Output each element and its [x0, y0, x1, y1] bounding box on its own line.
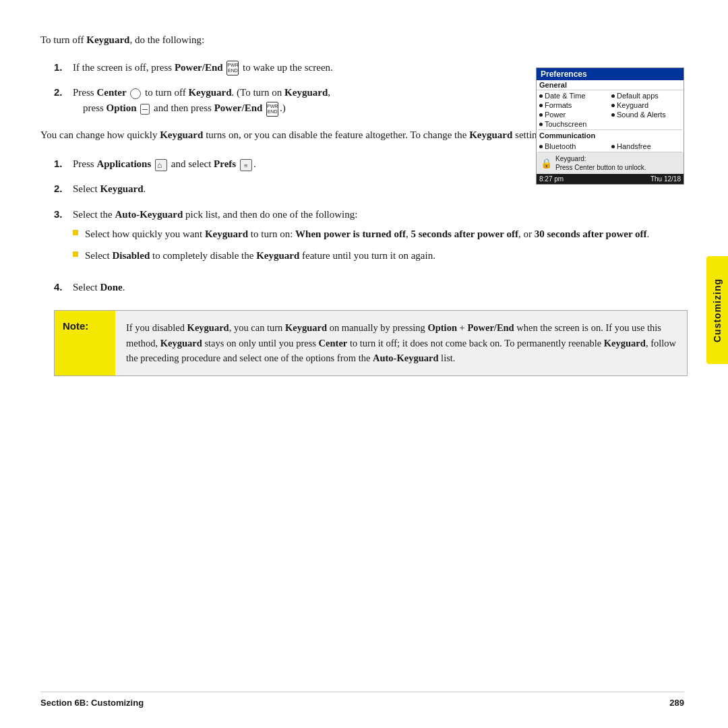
widget-dot: [611, 113, 615, 117]
sub-item-1-text: Select how quickly you want Keyguard to …: [85, 226, 649, 242]
applications-icon: [155, 159, 167, 171]
widget-item-handsfree: Handsfree: [611, 142, 681, 151]
widget-comm-header: Communication: [537, 130, 684, 141]
footer-section-label: Section 6B: Customizing: [40, 698, 144, 708]
widget-comm-col-right: Handsfree: [611, 142, 681, 151]
widget-item-defaultapps: Default apps: [611, 91, 681, 100]
widget-general-row: Date & Time Formats Power Touchscreen: [537, 90, 684, 129]
widget-keyguard-row: 🔒 Keyguard: Press Center button to unloc…: [537, 152, 684, 174]
bullet-2: [73, 251, 78, 257]
note-label: Note:: [55, 311, 115, 375]
power-end-icon2: PWREND: [266, 102, 278, 117]
widget-dot: [611, 145, 615, 148]
step-p2-4-content: Select Done.: [73, 280, 688, 295]
side-tab: Customizing: [706, 256, 728, 364]
power-end-icon: PWREND: [226, 61, 239, 75]
page-footer: Section 6B: Customizing 289: [40, 692, 684, 708]
widget-keyguard-text: Keyguard: Press Center button to unlock.: [555, 154, 646, 172]
option-btn-icon: [140, 104, 150, 115]
step2-number: 2.: [54, 85, 73, 100]
widget-dot: [539, 123, 543, 126]
widget-item-keyguard: Keyguard: [611, 100, 681, 110]
lock-icon: 🔒: [539, 156, 553, 170]
step1-number: 1.: [54, 60, 73, 75]
widget-item-bluetooth: Bluetooth: [539, 142, 609, 151]
widget-item-touchscreen: Touchscreen: [539, 119, 609, 129]
widget-general-header: General: [537, 80, 684, 90]
widget-label-handsfree: Handsfree: [617, 142, 651, 150]
sub-item-1: Select how quickly you want Keyguard to …: [73, 226, 688, 242]
step-p2-4-number: 4.: [54, 280, 73, 295]
widget-item-formats: Formats: [539, 100, 609, 110]
widget-comm-col-left: Bluetooth: [539, 142, 609, 151]
widget-dot: [611, 104, 615, 107]
center-btn-icon: [130, 88, 141, 99]
widget-dot: [539, 94, 543, 98]
widget-date: Thu 12/18: [650, 175, 681, 183]
step-p2-3-content: Select the Auto-Keyguard pick list, and …: [73, 207, 688, 270]
preferences-widget: Preferences General Date & Time Formats …: [536, 67, 684, 185]
bullet-1: [73, 230, 78, 235]
widget-dot: [539, 104, 543, 107]
footer-page-number: 289: [669, 698, 684, 708]
widget-label-bluetooth: Bluetooth: [545, 142, 576, 150]
note-box: Note: If you disabled Keyguard, you can …: [54, 310, 688, 375]
sub-list: Select how quickly you want Keyguard to …: [73, 226, 688, 264]
keyguard-sub: Press Center button to unlock.: [555, 163, 646, 172]
prefs-icon: ≡: [240, 159, 252, 171]
widget-label-defaultapps: Default apps: [617, 92, 659, 100]
widget-comm-row: Bluetooth Handsfree: [537, 141, 684, 152]
widget-label-touchscreen: Touchscreen: [545, 120, 586, 128]
step-p2-3-number: 3.: [54, 207, 73, 222]
sub-item-2-text: Select Disabled to completely disable th…: [85, 248, 435, 264]
step-p2-2-number: 2.: [54, 181, 73, 197]
widget-label-soundalerts: Sound & Alerts: [617, 111, 666, 119]
page-container: Customizing Preferences General Date & T…: [0, 0, 728, 728]
step-p2-3: 3. Select the Auto-Keyguard pick list, a…: [54, 207, 688, 270]
widget-col-left: Date & Time Formats Power Touchscreen: [539, 91, 609, 129]
widget-status-bar: 8:27 pm Thu 12/18: [537, 174, 684, 184]
widget-label-keyguard: Keyguard: [617, 101, 648, 109]
widget-time: 8:27 pm: [539, 175, 564, 183]
side-tab-label: Customizing: [712, 278, 723, 342]
step-p2-1-number: 1.: [54, 156, 73, 172]
keyguard-label: Keyguard:: [555, 154, 646, 163]
widget-col-right: Default apps Keyguard Sound & Alerts: [611, 91, 681, 129]
note-content: If you disabled Keyguard, you can turn K…: [115, 311, 687, 375]
widget-dot: [539, 113, 543, 117]
widget-item-datetime: Date & Time: [539, 91, 609, 100]
sub-item-2: Select Disabled to completely disable th…: [73, 248, 688, 264]
widget-item-power: Power: [539, 110, 609, 119]
widget-item-soundalerts: Sound & Alerts: [611, 110, 681, 119]
intro-text-before: To turn off Keyguard, do the following:: [40, 34, 204, 45]
widget-label-formats: Formats: [545, 101, 572, 109]
widget-dot: [611, 94, 615, 98]
widget-label-power: Power: [545, 111, 566, 119]
step-p2-4: 4. Select Done.: [54, 280, 688, 295]
widget-label-datetime: Date & Time: [545, 92, 586, 100]
widget-dot: [539, 145, 543, 148]
widget-title: Preferences: [537, 68, 684, 80]
intro-paragraph: To turn off Keyguard, do the following:: [40, 32, 688, 48]
